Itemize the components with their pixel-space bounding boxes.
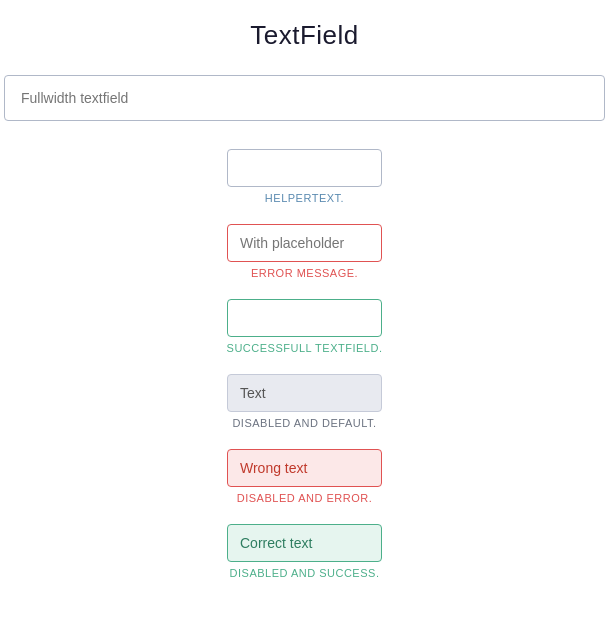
input-default[interactable]	[227, 149, 382, 187]
helper-text-disabled-success: DISABLED AND SUCCESS.	[230, 567, 380, 579]
helper-text-disabled-error: DISABLED AND ERROR.	[237, 492, 372, 504]
field-group-error: ERROR MESSAGE.	[0, 224, 609, 279]
input-disabled-default	[227, 374, 382, 412]
fullwidth-field-container	[0, 75, 609, 121]
helper-text-success: SUCCESSFULL TEXTFIELD.	[227, 342, 383, 354]
field-group-disabled-error: DISABLED AND ERROR.	[0, 449, 609, 504]
input-disabled-error	[227, 449, 382, 487]
field-group-default: HELPERTEXT.	[0, 149, 609, 204]
field-group-disabled-success: DISABLED AND SUCCESS.	[0, 524, 609, 579]
input-disabled-success	[227, 524, 382, 562]
input-success[interactable]	[227, 299, 382, 337]
field-group-disabled-default: DISABLED AND DEFAULT.	[0, 374, 609, 429]
fields-section: HELPERTEXT.ERROR MESSAGE.SUCCESSFULL TEX…	[0, 149, 609, 599]
helper-text-error: ERROR MESSAGE.	[251, 267, 358, 279]
field-group-success: SUCCESSFULL TEXTFIELD.	[0, 299, 609, 354]
page-title: TextField	[250, 20, 359, 51]
input-error[interactable]	[227, 224, 382, 262]
helper-text-default: HELPERTEXT.	[265, 192, 344, 204]
helper-text-disabled-default: DISABLED AND DEFAULT.	[232, 417, 376, 429]
fullwidth-input[interactable]	[4, 75, 605, 121]
